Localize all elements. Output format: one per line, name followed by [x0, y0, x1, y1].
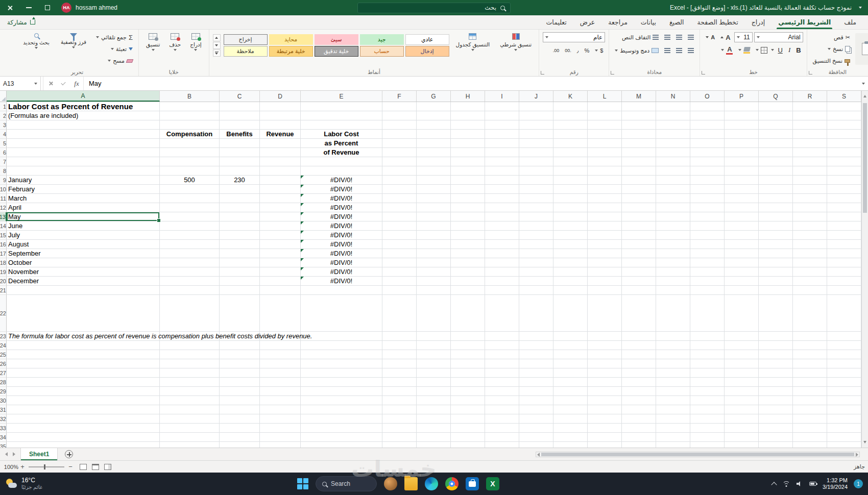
cell-G32[interactable] — [417, 414, 451, 424]
cell-E15[interactable]: #DIV/0! — [301, 231, 382, 240]
cell-D7[interactable] — [260, 157, 301, 166]
cell-J16[interactable] — [519, 240, 553, 249]
cell-B1[interactable] — [160, 102, 220, 111]
cell-K30[interactable] — [553, 396, 588, 405]
vertical-scrollbar-thumb[interactable] — [863, 103, 867, 213]
cell-K20[interactable] — [553, 277, 588, 286]
sheet-tab-sheet1[interactable]: Sheet1 — [20, 448, 58, 460]
gallery-down-button[interactable] — [213, 42, 221, 49]
cell-I35[interactable] — [485, 442, 519, 448]
vertical-scrollbar[interactable] — [861, 91, 868, 448]
cell-O15[interactable] — [690, 231, 725, 240]
cell-C5[interactable] — [220, 139, 260, 148]
cell-P4[interactable] — [725, 130, 759, 139]
sheet-nav-next-icon[interactable] — [13, 452, 15, 456]
page-break-view-icon[interactable] — [104, 464, 111, 470]
cell-J27[interactable] — [519, 368, 553, 378]
cell-J18[interactable] — [519, 258, 553, 267]
cell-L20[interactable] — [588, 277, 622, 286]
cell-S2[interactable] — [827, 111, 861, 120]
cell-Q35[interactable] — [759, 442, 793, 448]
cell-F30[interactable] — [382, 396, 417, 405]
cell-M18[interactable] — [622, 258, 656, 267]
cell-D31[interactable] — [260, 405, 301, 414]
cell-R28[interactable] — [793, 378, 827, 387]
cell-Q33[interactable] — [759, 424, 793, 433]
cell-E27[interactable] — [301, 368, 382, 378]
zoom-out-button[interactable]: − — [66, 463, 75, 471]
currency-button[interactable]: $ — [593, 45, 605, 56]
cell-B13[interactable] — [160, 212, 220, 221]
cell-C29[interactable] — [220, 387, 260, 396]
underline-button[interactable]: U — [776, 45, 784, 55]
cell-F14[interactable] — [382, 221, 417, 231]
cell-P25[interactable] — [725, 350, 759, 359]
cell-C6[interactable] — [220, 148, 260, 157]
cell-N9[interactable] — [656, 176, 690, 185]
cell-E30[interactable] — [301, 396, 382, 405]
cell-H33[interactable] — [451, 424, 485, 433]
cell-D34[interactable] — [260, 433, 301, 442]
cell-E16[interactable]: #DIV/0! — [301, 240, 382, 249]
cell-H14[interactable] — [451, 221, 485, 231]
cell-F15[interactable] — [382, 231, 417, 240]
cell-O9[interactable] — [690, 176, 725, 185]
cell-N22[interactable] — [656, 295, 690, 332]
row-header-12[interactable]: 12 — [0, 203, 7, 212]
cell-D11[interactable] — [260, 194, 301, 203]
cell-H9[interactable] — [451, 176, 485, 185]
cell-L1[interactable] — [588, 102, 622, 111]
cell-K13[interactable] — [553, 212, 588, 221]
cell-L33[interactable] — [588, 424, 622, 433]
cell-G15[interactable] — [417, 231, 451, 240]
cell-Q2[interactable] — [759, 111, 793, 120]
cell-B6[interactable] — [160, 148, 220, 157]
column-header-D[interactable]: D — [260, 91, 301, 102]
cell-R4[interactable] — [793, 130, 827, 139]
cell-P19[interactable] — [725, 267, 759, 277]
formula-bar-expand-icon[interactable] — [859, 77, 868, 90]
cell-E13[interactable]: #DIV/0! — [301, 212, 382, 221]
cell-E19[interactable]: #DIV/0! — [301, 267, 382, 277]
select-all-corner[interactable] — [0, 91, 7, 102]
cell-I9[interactable] — [485, 176, 519, 185]
minimize-icon[interactable] — [26, 7, 32, 8]
ribbon-tab-3[interactable]: تخطيط الصفحة — [691, 15, 745, 29]
cell-R23[interactable] — [793, 332, 827, 341]
cell-G19[interactable] — [417, 267, 451, 277]
cell-M32[interactable] — [622, 414, 656, 424]
number-format-combo[interactable]: عام — [543, 32, 605, 42]
row-header-23[interactable]: 23 — [0, 332, 7, 341]
cell-D21[interactable] — [260, 286, 301, 295]
file-explorer-icon[interactable] — [404, 477, 418, 490]
cell-A14[interactable]: June — [7, 221, 160, 231]
cell-M34[interactable] — [622, 433, 656, 442]
ribbon-tab-6[interactable]: مراجعة — [601, 15, 634, 29]
cell-S17[interactable] — [827, 249, 861, 258]
cell-I7[interactable] — [485, 157, 519, 166]
cell-I21[interactable] — [485, 286, 519, 295]
cell-K22[interactable] — [553, 295, 588, 332]
cell-C9[interactable]: 230 — [220, 176, 260, 185]
row-header-19[interactable]: 19 — [0, 267, 7, 277]
cell-K28[interactable] — [553, 378, 588, 387]
cell-G29[interactable] — [417, 387, 451, 396]
column-header-M[interactable]: M — [622, 91, 656, 102]
cell-M21[interactable] — [622, 286, 656, 295]
row-header-14[interactable]: 14 — [0, 221, 7, 231]
cell-R25[interactable] — [793, 350, 827, 359]
cell-O2[interactable] — [690, 111, 725, 120]
cell-M7[interactable] — [622, 157, 656, 166]
cell-Q13[interactable] — [759, 212, 793, 221]
cell-E26[interactable] — [301, 359, 382, 368]
cell-L17[interactable] — [588, 249, 622, 258]
cell-E14[interactable]: #DIV/0! — [301, 221, 382, 231]
cell-O34[interactable] — [690, 433, 725, 442]
cell-P26[interactable] — [725, 359, 759, 368]
cell-E17[interactable]: #DIV/0! — [301, 249, 382, 258]
cell-F20[interactable] — [382, 277, 417, 286]
cell-H21[interactable] — [451, 286, 485, 295]
cell-L28[interactable] — [588, 378, 622, 387]
row-header-21[interactable]: 21 — [0, 286, 7, 295]
cell-P3[interactable] — [725, 120, 759, 130]
